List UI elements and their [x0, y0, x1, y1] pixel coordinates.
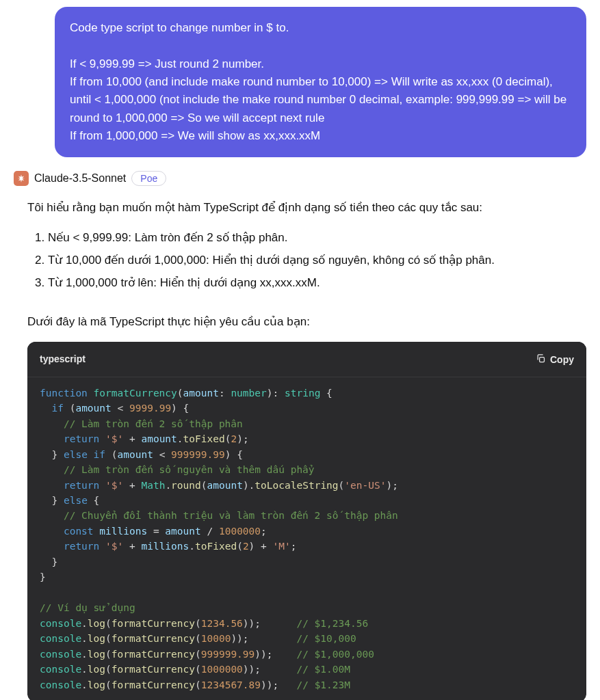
code-intro: Dưới đây là mã TypeScript thực hiện yêu … [27, 312, 586, 331]
user-message-line: Code type script to change number in $ t… [70, 19, 571, 37]
copy-icon [536, 353, 546, 366]
response-intro: Tôi hiểu rằng bạn muốn một hàm TypeScrip… [27, 198, 586, 217]
svg-rect-0 [540, 357, 545, 362]
user-message-line: If < 9,999.99 => Just round 2 number. [70, 55, 571, 73]
list-item: Từ 1,000,000 trở lên: Hiển thị dưới dạng… [48, 273, 586, 292]
code-block: typescript Copy function formatCurrency(… [27, 342, 586, 700]
user-message-blank [70, 37, 571, 55]
list-item: Nếu < 9,999.99: Làm tròn đến 2 số thập p… [48, 228, 586, 247]
list-item: Từ 10,000 đến dưới 1,000,000: Hiển thị d… [48, 251, 586, 269]
platform-badge[interactable]: Poe [131, 171, 166, 186]
bot-header: Claude-3.5-Sonnet Poe [14, 171, 586, 186]
copy-button[interactable]: Copy [536, 353, 574, 366]
code-content[interactable]: function formatCurrency(amount: number):… [27, 377, 586, 700]
claude-logo-icon [14, 171, 29, 186]
user-message-line: If from 1,000,000 => We will show as xx,… [70, 127, 571, 145]
code-header: typescript Copy [27, 342, 586, 377]
copy-label: Copy [550, 354, 574, 365]
user-message-line: If from 10,000 (and include make round n… [70, 73, 571, 127]
rules-list: Nếu < 9,999.99: Làm tròn đến 2 số thập p… [48, 228, 586, 293]
code-language-label: typescript [40, 351, 86, 366]
bot-name: Claude-3.5-Sonnet [34, 172, 126, 185]
user-message: Code type script to change number in $ t… [55, 7, 586, 157]
bot-response: Tôi hiểu rằng bạn muốn một hàm TypeScrip… [14, 198, 586, 700]
